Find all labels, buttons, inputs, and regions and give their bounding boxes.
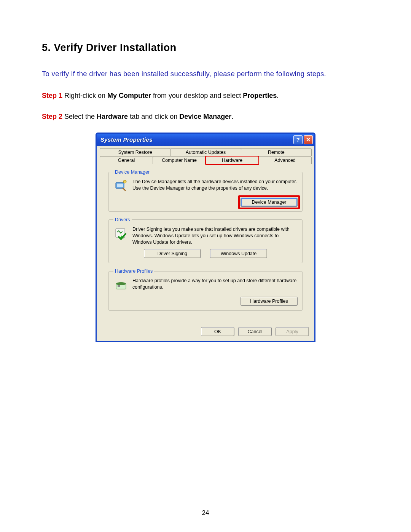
device-manager-icon (113, 179, 129, 194)
help-button[interactable]: ? (293, 135, 303, 144)
driver-signing-button[interactable]: Driver Signing (144, 249, 201, 258)
step-1: Step 1 Right-click on My Computer from y… (42, 91, 369, 101)
drivers-legend: Drivers (113, 217, 132, 222)
hardware-profiles-icon (113, 278, 129, 293)
hardware-profiles-legend: Hardware Profiles (113, 268, 154, 274)
step-1-label: Step 1 (42, 92, 62, 99)
hardware-panel: Device Manager The Device Manager (103, 164, 308, 321)
device-manager-legend: Device Manager (113, 169, 151, 175)
svg-point-2 (123, 180, 126, 183)
cancel-button[interactable]: Cancel (238, 327, 272, 336)
device-manager-desc: The Device Manager lists all the hardwar… (132, 179, 298, 194)
drivers-group: Drivers Driver Signing lets you m (108, 217, 303, 264)
drivers-desc: Driver Signing lets you make sure that i… (132, 226, 298, 246)
system-properties-dialog: System Properties ? ✕ System Restore Aut… (96, 133, 315, 342)
step-2: Step 2 Select the Hardware tab and click… (42, 112, 369, 122)
window-title: System Properties (100, 136, 153, 143)
hardware-profiles-group: Hardware Profiles Hardware profiles prov… (108, 268, 303, 311)
page-number: 24 (0, 509, 411, 517)
tab-system-restore[interactable]: System Restore (100, 148, 170, 156)
intro-text: To verify if the driver has been install… (42, 69, 369, 79)
tab-advanced[interactable]: Advanced (258, 156, 312, 164)
drivers-icon (113, 226, 129, 241)
tab-computer-name[interactable]: Computer Name (153, 156, 206, 164)
svg-point-5 (116, 282, 126, 285)
device-manager-button[interactable]: Device Manager (241, 198, 298, 207)
hardware-profiles-desc: Hardware profiles provide a way for you … (132, 278, 298, 293)
windows-update-button[interactable]: Windows Update (210, 249, 267, 258)
dialog-footer: OK Cancel Apply (97, 323, 314, 341)
close-button[interactable]: ✕ (304, 135, 313, 144)
tab-general[interactable]: General (100, 156, 153, 164)
tab-automatic-updates[interactable]: Automatic Updates (170, 148, 241, 156)
tab-hardware[interactable]: Hardware (206, 156, 259, 164)
section-heading: 5. Verify Driver Installation (42, 42, 369, 54)
hardware-profiles-button[interactable]: Hardware Profiles (241, 297, 298, 306)
device-manager-group: Device Manager The Device Manager (108, 169, 303, 212)
step-2-label: Step 2 (42, 113, 62, 120)
tab-strip: System Restore Automatic Updates Remote … (97, 146, 314, 321)
ok-button[interactable]: OK (201, 327, 234, 336)
titlebar[interactable]: System Properties ? ✕ (97, 134, 314, 146)
svg-rect-6 (118, 285, 120, 287)
tab-remote[interactable]: Remote (241, 148, 312, 156)
apply-button[interactable]: Apply (276, 327, 309, 336)
svg-rect-1 (117, 184, 123, 187)
